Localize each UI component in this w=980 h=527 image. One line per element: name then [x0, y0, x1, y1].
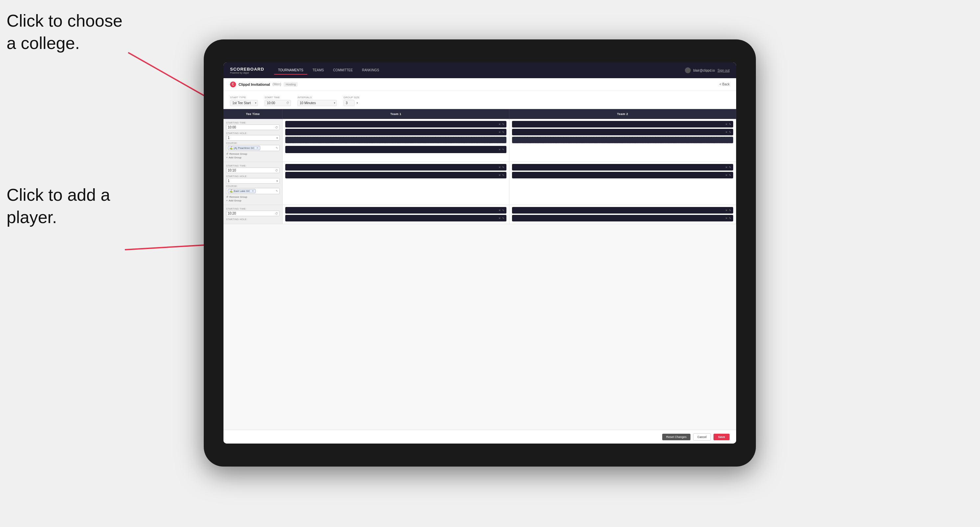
player-edit-icon-3-1[interactable]: ✎	[502, 166, 504, 169]
remove-group-btn-2[interactable]: ↺Remove Group	[226, 195, 280, 198]
time-icon: ⏱	[286, 101, 289, 105]
group-size-select-wrap[interactable]: 3	[344, 100, 360, 106]
course-icon-2: ⛳	[229, 190, 233, 192]
course-select-1[interactable]: ⛳ (A) Peachtree GC ✕ ✎	[226, 145, 280, 151]
remove-group-btn-1[interactable]: ↺Remove Group	[226, 152, 280, 156]
course-tag-1: ⛳ (A) Peachtree GC ✕	[228, 146, 260, 150]
starting-time-label-3: STARTING TIME:	[226, 208, 280, 210]
intervals-select-wrap[interactable]: 10 Minutes	[298, 100, 337, 106]
group-size-select[interactable]: 3	[344, 100, 355, 106]
player-edit-icon-5-1[interactable]: ✎	[502, 209, 504, 212]
nav-committee[interactable]: COMMITTEE	[329, 67, 356, 75]
starting-time-input-1[interactable]: 10:00 ⏱	[226, 124, 280, 130]
nav-rankings[interactable]: RANKINGS	[358, 67, 383, 75]
player-remove-icon-4-1[interactable]: ✕	[725, 166, 728, 169]
starting-hole-select-1[interactable]: 1 ▾	[226, 135, 280, 141]
player-remove-icon-2-1[interactable]: ✕	[725, 123, 728, 126]
starting-time-input-3[interactable]: 10:20 ⏱	[226, 211, 280, 216]
player-remove-icon-5-1[interactable]: ✕	[498, 209, 501, 212]
save-button[interactable]: Save	[713, 434, 730, 440]
player-row-4-2[interactable]: ✕ ✎	[512, 172, 733, 178]
start-type-select[interactable]: 1st Tee Start	[230, 100, 258, 106]
starting-hole-label-3: STARTING HOLE:	[226, 218, 280, 221]
player-edit-icon-1-2[interactable]: ✎	[502, 131, 504, 134]
player-row-2-1[interactable]: ✕ ✎	[512, 121, 733, 127]
player-row-4-1[interactable]: ✕ ✎	[512, 164, 733, 170]
player-remove-icon-1-1[interactable]: ✕	[498, 123, 501, 126]
nav-teams[interactable]: TEAMS	[309, 67, 328, 75]
start-time-input-wrap: ⏱	[264, 100, 291, 106]
cancel-button[interactable]: Cancel	[693, 433, 711, 441]
intervals-label: Intervals	[298, 96, 337, 99]
sub-header-left: C Clippd Invitational (Men) Hosting	[230, 81, 298, 87]
starting-time-input-2[interactable]: 10:10 ⏱	[226, 168, 280, 173]
player-row-1-1[interactable]: ✕ ✎	[285, 121, 506, 127]
reset-changes-button[interactable]: Reset Changes	[662, 434, 690, 440]
team1-col-2: ✕ ✎ ✕ ✎	[283, 162, 509, 205]
player-row-6-1[interactable]: ✕ ✎	[512, 207, 733, 214]
team2-col-1: ✕ ✎ ✕ ✎	[509, 119, 736, 162]
group-size-group: Group Size 3	[344, 96, 360, 106]
add-group-btn-1[interactable]: +Add Group	[226, 156, 280, 159]
team1-col-3: ✕ ✎ ✕ ✎	[283, 205, 509, 224]
player-remove-icon-2-2[interactable]: ✕	[725, 131, 728, 134]
player-remove-icon-3-1[interactable]: ✕	[498, 166, 501, 169]
player-row-3-1[interactable]: ✕ ✎	[285, 164, 506, 170]
player-edit-icon-4-1[interactable]: ✎	[729, 166, 731, 169]
start-type-label: Start Type	[230, 96, 258, 99]
player-edit-icon-2-1[interactable]: ✎	[729, 123, 731, 126]
starting-time-label-1: STARTING TIME:	[226, 122, 280, 124]
tee-group-1: STARTING TIME: 10:00 ⏱ STARTING HOLE: 1 …	[223, 119, 736, 162]
player-edit-icon-6-1[interactable]: ✎	[729, 209, 731, 212]
start-type-select-wrap[interactable]: 1st Tee Start	[230, 100, 258, 106]
player-edit-icon-2-2[interactable]: ✎	[729, 131, 731, 134]
player-row-3-2[interactable]: ✕ ✎	[285, 172, 506, 178]
tablet: SCOREBOARD Powered by clippd TOURNAMENTS…	[204, 40, 756, 467]
hole-chevron-1: ▾	[276, 137, 278, 140]
player-remove-icon-5-2[interactable]: ✕	[498, 217, 501, 220]
nav-user: blair@clippd.io Sign out	[685, 67, 730, 73]
course-extra-row-1: ✕ ✎	[285, 146, 506, 153]
intervals-select[interactable]: 10 Minutes	[298, 100, 337, 106]
course-remove-1[interactable]: ✕	[256, 146, 259, 149]
course-tag-2: ⛳ East Lake GC ✕	[228, 189, 256, 193]
player-remove-icon-4-2[interactable]: ✕	[725, 174, 728, 177]
player-edit-icon-3-2[interactable]: ✎	[502, 174, 504, 177]
add-player-row-1-team1[interactable]	[285, 137, 506, 143]
course-remove-2[interactable]: ✕	[252, 190, 254, 192]
player-remove-icon-3-2[interactable]: ✕	[498, 174, 501, 177]
player-remove-icon-6-2[interactable]: ✕	[725, 217, 728, 220]
nav-logo: SCOREBOARD Powered by clippd	[230, 67, 264, 74]
annotation-college: Click to choose a college.	[6, 10, 132, 54]
player-edit-icon-6-2[interactable]: ✎	[729, 217, 731, 220]
course-label-2: COURSE:	[226, 185, 280, 187]
player-edit-icon-1-1[interactable]: ✎	[502, 123, 504, 126]
sign-out-link[interactable]: Sign out	[718, 69, 730, 72]
avatar	[685, 67, 691, 73]
sub-header: C Clippd Invitational (Men) Hosting < Ba…	[223, 78, 736, 90]
hosting-badge: Hosting	[284, 82, 298, 87]
add-player-row-1-team2[interactable]	[512, 137, 733, 143]
team1-col-1: ✕ ✎ ✕ ✎ ✕ ✎	[283, 119, 509, 162]
intervals-group: Intervals 10 Minutes	[298, 96, 337, 106]
player-edit-icon-4-2[interactable]: ✎	[729, 174, 731, 177]
add-group-btn-2[interactable]: +Add Group	[226, 199, 280, 202]
starting-time-value-3: 10:20	[228, 211, 275, 215]
nav-tournaments[interactable]: TOURNAMENTS	[274, 67, 307, 75]
course-select-2[interactable]: ⛳ East Lake GC ✕ ✎	[226, 188, 280, 194]
player-remove-icon-1-2[interactable]: ✕	[498, 131, 501, 134]
tee-left-1: STARTING TIME: 10:00 ⏱ STARTING HOLE: 1 …	[223, 119, 283, 162]
course-row-edit: ✎	[502, 148, 504, 151]
player-row-1-2[interactable]: ✕ ✎	[285, 129, 506, 135]
player-row-2-2[interactable]: ✕ ✎	[512, 129, 733, 135]
player-edit-icon-5-2[interactable]: ✎	[502, 217, 504, 220]
group-size-label: Group Size	[344, 96, 360, 99]
tee-left-3: STARTING TIME: 10:20 ⏱ STARTING HOLE:	[223, 205, 283, 224]
player-row-5-1[interactable]: ✕ ✎	[285, 207, 506, 214]
player-remove-icon-6-1[interactable]: ✕	[725, 209, 728, 212]
starting-hole-select-2[interactable]: 1 ▾	[226, 178, 280, 184]
back-button[interactable]: < Back	[719, 83, 730, 86]
main-content[interactable]: STARTING TIME: 10:00 ⏱ STARTING HOLE: 1 …	[223, 119, 736, 430]
player-row-6-2[interactable]: ✕ ✎	[512, 215, 733, 221]
player-row-5-2[interactable]: ✕ ✎	[285, 215, 506, 221]
